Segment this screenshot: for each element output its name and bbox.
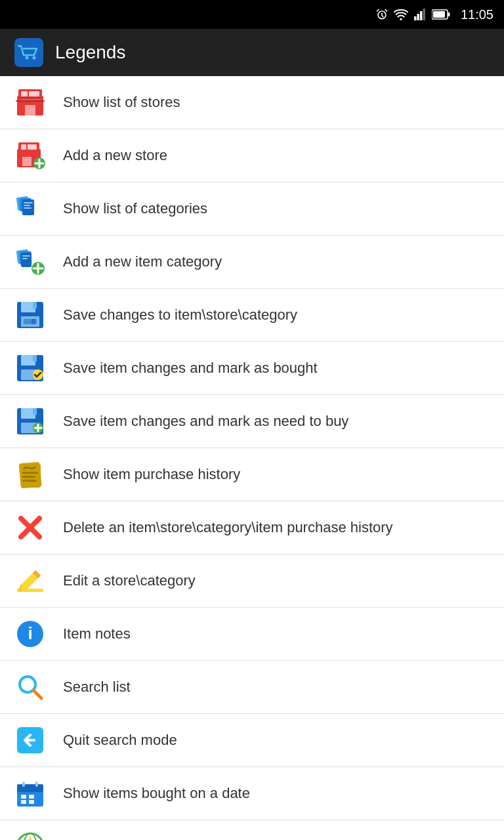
legend-label-delete: Delete an item\store\category\item purch…: [63, 518, 393, 537]
svg-rect-8: [433, 11, 445, 18]
legend-icon-search: [10, 667, 50, 707]
svg-rect-21: [21, 144, 26, 150]
svg-rect-79: [21, 800, 26, 804]
legend-label-save-bought: Save item changes and mark as bought: [63, 358, 318, 378]
legend-label-edit: Edit a store\category: [63, 571, 196, 591]
svg-rect-36: [22, 255, 30, 257]
svg-rect-37: [22, 258, 28, 259]
legend-item-notes[interactable]: i Item notes: [0, 608, 504, 661]
legend-item-show-categories[interactable]: Show list of categories: [0, 182, 504, 236]
legend-icon-save-bought: [10, 348, 50, 388]
legend-item-purchase-history[interactable]: Show item purchase history: [0, 448, 504, 501]
legend-label-add-category: Add a new item category: [63, 252, 222, 272]
svg-rect-46: [32, 319, 35, 324]
status-bar: 11:05: [0, 0, 504, 29]
svg-rect-22: [28, 144, 37, 150]
legend-item-add-store[interactable]: Add a new store: [0, 129, 504, 182]
legend-label-show-stores: Show list of stores: [63, 93, 180, 112]
svg-rect-76: [35, 782, 38, 787]
legend-label-show-date: Show items bought on a date: [63, 784, 250, 803]
svg-point-1: [400, 18, 402, 20]
status-time: 11:05: [461, 7, 494, 22]
legend-item-save-changes[interactable]: Save changes to item\store\category: [0, 289, 504, 342]
legend-label-purchase-history: Show item purchase history: [63, 465, 240, 484]
legend-item-edit[interactable]: Edit a store\category: [0, 555, 504, 608]
legend-icon-show-categories: [10, 189, 50, 228]
legend-icon-add-category: [10, 242, 50, 282]
svg-rect-43: [33, 302, 37, 308]
svg-rect-63: [22, 480, 37, 482]
legend-icon-add-store: [10, 136, 50, 175]
svg-rect-54: [33, 408, 37, 415]
header-title: Legends: [55, 42, 125, 63]
legend-item-quit-search[interactable]: Quit search mode: [0, 714, 504, 767]
legend-icon-save-need-buy: [10, 402, 50, 441]
header-icon: [13, 37, 45, 68]
legend-item-show-stores[interactable]: Show list of stores: [0, 76, 504, 129]
legend-icon-quit-search: [10, 721, 50, 760]
svg-rect-35: [21, 253, 32, 267]
svg-rect-17: [29, 91, 39, 96]
svg-point-10: [26, 56, 29, 60]
svg-rect-62: [22, 476, 35, 478]
svg-rect-77: [21, 795, 26, 799]
svg-rect-3: [417, 14, 419, 20]
svg-rect-61: [22, 472, 38, 474]
alarm-icon: [375, 8, 388, 21]
svg-rect-4: [420, 11, 423, 20]
legend-label-notes: Item notes: [63, 624, 131, 644]
svg-rect-80: [29, 800, 34, 804]
legend-icon-save-changes: [10, 295, 50, 335]
legend-item-show-date[interactable]: Show items bought on a date: [0, 767, 504, 820]
svg-rect-31: [24, 205, 30, 206]
svg-rect-7: [448, 12, 450, 16]
legend-icon-feedback: [10, 827, 50, 840]
svg-rect-18: [25, 105, 35, 116]
legend-icon-delete: [10, 508, 50, 547]
legend-item-add-category[interactable]: Add a new item category: [0, 236, 504, 289]
svg-rect-49: [33, 355, 37, 362]
signal-icon: [413, 8, 427, 21]
svg-text:i: i: [28, 623, 32, 643]
legend-item-save-need-buy[interactable]: Save item changes and mark as need to bu…: [0, 395, 504, 448]
legend-label-quit-search: Quit search mode: [63, 730, 177, 750]
wifi-icon: [394, 8, 408, 21]
legend-icon-edit: [10, 561, 50, 600]
legend-list: Show list of stores Add a new store Show…: [0, 76, 504, 840]
legend-icon-show-date: [10, 774, 50, 813]
legend-item-delete[interactable]: Delete an item\store\category\item purch…: [0, 501, 504, 555]
svg-rect-74: [17, 784, 43, 792]
legend-label-add-store: Add a new store: [63, 146, 167, 165]
header: Legends: [0, 29, 504, 76]
legend-label-save-changes: Save changes to item\store\category: [63, 305, 297, 325]
svg-rect-30: [24, 202, 33, 203]
svg-line-71: [33, 690, 41, 698]
svg-point-11: [33, 56, 36, 60]
svg-rect-2: [414, 16, 417, 20]
legend-item-search[interactable]: Search list: [0, 661, 504, 714]
legend-label-save-need-buy: Save item changes and mark as need to bu…: [63, 411, 348, 431]
svg-rect-78: [29, 795, 34, 799]
legend-label-search: Search list: [63, 677, 131, 697]
svg-rect-75: [22, 782, 25, 787]
status-icons: [375, 8, 450, 21]
legend-label-feedback: Provide feedback: [63, 837, 175, 840]
svg-rect-16: [21, 91, 28, 96]
svg-rect-23: [22, 157, 32, 166]
battery-icon: [432, 9, 450, 20]
legend-item-save-bought[interactable]: Save item changes and mark as bought: [0, 342, 504, 395]
svg-rect-32: [24, 207, 32, 209]
legend-item-feedback[interactable]: Provide feedback: [0, 820, 504, 840]
legend-icon-purchase-history: [10, 455, 50, 494]
svg-rect-9: [14, 38, 43, 67]
svg-rect-5: [423, 9, 425, 20]
legend-label-show-categories: Show list of categories: [63, 199, 207, 219]
legend-icon-show-stores: [10, 83, 50, 122]
shopping-cart-icon: [13, 37, 45, 68]
legend-icon-notes: i: [10, 614, 50, 654]
